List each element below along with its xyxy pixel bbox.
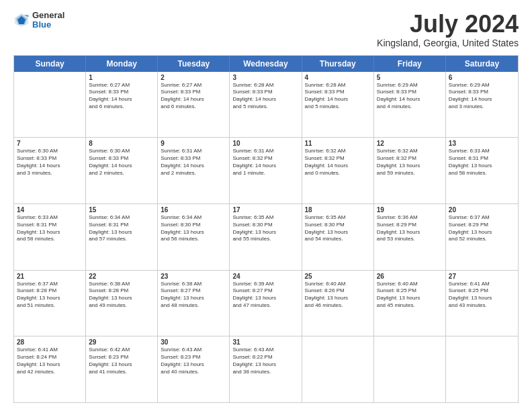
cell-date: 24 xyxy=(232,273,298,280)
cell-info: Sunrise: 6:29 AM Sunset: 8:33 PM Dayligh… xyxy=(449,82,515,111)
cell-info: Sunrise: 6:33 AM Sunset: 8:31 PM Dayligh… xyxy=(17,214,83,243)
logo-icon xyxy=(13,12,30,28)
cell-info: Sunrise: 6:32 AM Sunset: 8:32 PM Dayligh… xyxy=(305,148,371,177)
cell-date: 6 xyxy=(449,74,515,81)
calendar-cell: 26Sunrise: 6:40 AM Sunset: 8:25 PM Dayli… xyxy=(374,271,446,336)
cell-info: Sunrise: 6:40 AM Sunset: 8:26 PM Dayligh… xyxy=(305,281,371,310)
cell-info: Sunrise: 6:28 AM Sunset: 8:33 PM Dayligh… xyxy=(232,82,298,111)
cell-date: 15 xyxy=(89,206,154,214)
calendar-cell: 13Sunrise: 6:33 AM Sunset: 8:31 PM Dayli… xyxy=(446,138,518,203)
cell-date: 16 xyxy=(161,206,226,214)
cell-info: Sunrise: 6:37 AM Sunset: 8:28 PM Dayligh… xyxy=(17,281,83,310)
cell-date: 26 xyxy=(377,273,443,280)
cell-date: 10 xyxy=(232,140,298,147)
calendar-week-2: 7Sunrise: 6:30 AM Sunset: 8:33 PM Daylig… xyxy=(14,138,518,204)
cell-info: Sunrise: 6:38 AM Sunset: 8:27 PM Dayligh… xyxy=(161,281,226,310)
header-day-thursday: Thursday xyxy=(302,56,374,72)
calendar-cell: 4Sunrise: 6:28 AM Sunset: 8:33 PM Daylig… xyxy=(302,72,374,138)
calendar-cell: 3Sunrise: 6:28 AM Sunset: 8:33 PM Daylig… xyxy=(230,72,302,138)
calendar-cell: 9Sunrise: 6:31 AM Sunset: 8:33 PM Daylig… xyxy=(158,138,230,203)
header: General Blue July 2024 Kingsland, Georgi… xyxy=(13,11,519,48)
calendar-cell: 30Sunrise: 6:43 AM Sunset: 8:23 PM Dayli… xyxy=(158,336,230,402)
cell-date: 18 xyxy=(305,206,371,214)
cell-info: Sunrise: 6:43 AM Sunset: 8:23 PM Dayligh… xyxy=(161,347,226,375)
calendar-cell: 21Sunrise: 6:37 AM Sunset: 8:28 PM Dayli… xyxy=(14,271,86,336)
cell-date: 3 xyxy=(232,74,298,81)
cell-info: Sunrise: 6:32 AM Sunset: 8:32 PM Dayligh… xyxy=(377,148,443,177)
calendar-week-4: 21Sunrise: 6:37 AM Sunset: 8:28 PM Dayli… xyxy=(14,271,518,337)
cell-date: 5 xyxy=(377,74,443,81)
cell-date: 2 xyxy=(161,74,226,81)
calendar-cell: 8Sunrise: 6:30 AM Sunset: 8:33 PM Daylig… xyxy=(86,138,158,203)
main-title: July 2024 xyxy=(377,11,519,38)
calendar-cell: 7Sunrise: 6:30 AM Sunset: 8:33 PM Daylig… xyxy=(14,138,86,203)
cell-info: Sunrise: 6:41 AM Sunset: 8:25 PM Dayligh… xyxy=(449,281,515,310)
cell-info: Sunrise: 6:41 AM Sunset: 8:24 PM Dayligh… xyxy=(17,347,83,375)
cell-info: Sunrise: 6:33 AM Sunset: 8:31 PM Dayligh… xyxy=(449,148,515,177)
header-day-tuesday: Tuesday xyxy=(158,56,230,72)
calendar-body: 1Sunrise: 6:27 AM Sunset: 8:33 PM Daylig… xyxy=(14,72,518,402)
cell-info: Sunrise: 6:37 AM Sunset: 8:29 PM Dayligh… xyxy=(449,214,515,243)
cell-info: Sunrise: 6:34 AM Sunset: 8:30 PM Dayligh… xyxy=(161,214,226,243)
calendar-cell: 14Sunrise: 6:33 AM Sunset: 8:31 PM Dayli… xyxy=(14,204,86,270)
calendar-cell: 28Sunrise: 6:41 AM Sunset: 8:24 PM Dayli… xyxy=(14,336,86,402)
calendar-week-5: 28Sunrise: 6:41 AM Sunset: 8:24 PM Dayli… xyxy=(14,336,518,402)
header-day-monday: Monday xyxy=(86,56,158,72)
cell-info: Sunrise: 6:27 AM Sunset: 8:33 PM Dayligh… xyxy=(161,82,226,111)
calendar-cell xyxy=(302,336,374,402)
cell-info: Sunrise: 6:27 AM Sunset: 8:33 PM Dayligh… xyxy=(89,82,154,111)
cell-date: 25 xyxy=(305,273,371,280)
cell-info: Sunrise: 6:28 AM Sunset: 8:33 PM Dayligh… xyxy=(305,82,371,111)
calendar-cell: 10Sunrise: 6:31 AM Sunset: 8:32 PM Dayli… xyxy=(230,138,302,203)
calendar-cell: 18Sunrise: 6:35 AM Sunset: 8:30 PM Dayli… xyxy=(302,204,374,270)
calendar-cell xyxy=(14,72,86,138)
calendar-cell: 17Sunrise: 6:35 AM Sunset: 8:30 PM Dayli… xyxy=(230,204,302,270)
cell-date: 4 xyxy=(305,74,371,81)
logo-line1: General xyxy=(32,11,64,20)
calendar-cell: 23Sunrise: 6:38 AM Sunset: 8:27 PM Dayli… xyxy=(158,271,230,336)
cell-info: Sunrise: 6:31 AM Sunset: 8:32 PM Dayligh… xyxy=(232,148,298,177)
calendar-cell: 24Sunrise: 6:39 AM Sunset: 8:27 PM Dayli… xyxy=(230,271,302,336)
cell-date: 28 xyxy=(17,338,83,346)
calendar-cell: 6Sunrise: 6:29 AM Sunset: 8:33 PM Daylig… xyxy=(446,72,518,138)
cell-date: 19 xyxy=(377,206,443,214)
cell-date: 17 xyxy=(232,206,298,214)
logo-text: General Blue xyxy=(32,11,64,30)
calendar: SundayMondayTuesdayWednesdayThursdayFrid… xyxy=(13,55,519,403)
header-day-wednesday: Wednesday xyxy=(230,56,302,72)
cell-date: 27 xyxy=(449,273,515,280)
cell-info: Sunrise: 6:36 AM Sunset: 8:29 PM Dayligh… xyxy=(377,214,443,243)
cell-date: 20 xyxy=(449,206,515,214)
cell-date: 23 xyxy=(161,273,226,280)
header-day-saturday: Saturday xyxy=(446,56,518,72)
calendar-header: SundayMondayTuesdayWednesdayThursdayFrid… xyxy=(14,56,518,72)
calendar-cell: 15Sunrise: 6:34 AM Sunset: 8:31 PM Dayli… xyxy=(86,204,158,270)
cell-info: Sunrise: 6:29 AM Sunset: 8:33 PM Dayligh… xyxy=(377,82,443,111)
calendar-week-3: 14Sunrise: 6:33 AM Sunset: 8:31 PM Dayli… xyxy=(14,204,518,271)
calendar-cell: 20Sunrise: 6:37 AM Sunset: 8:29 PM Dayli… xyxy=(446,204,518,270)
cell-date: 1 xyxy=(89,74,154,81)
cell-info: Sunrise: 6:30 AM Sunset: 8:33 PM Dayligh… xyxy=(89,148,154,177)
logo-line2: Blue xyxy=(32,20,64,30)
calendar-cell: 27Sunrise: 6:41 AM Sunset: 8:25 PM Dayli… xyxy=(446,271,518,336)
cell-date: 22 xyxy=(89,273,154,280)
subtitle: Kingsland, Georgia, United States xyxy=(377,38,519,48)
cell-date: 12 xyxy=(377,140,443,147)
cell-info: Sunrise: 6:34 AM Sunset: 8:31 PM Dayligh… xyxy=(89,214,154,243)
calendar-cell: 31Sunrise: 6:43 AM Sunset: 8:22 PM Dayli… xyxy=(230,336,302,402)
cell-info: Sunrise: 6:39 AM Sunset: 8:27 PM Dayligh… xyxy=(232,281,298,310)
calendar-cell: 16Sunrise: 6:34 AM Sunset: 8:30 PM Dayli… xyxy=(158,204,230,270)
page: General Blue July 2024 Kingsland, Georgi… xyxy=(0,0,532,411)
calendar-cell: 5Sunrise: 6:29 AM Sunset: 8:33 PM Daylig… xyxy=(374,72,446,138)
calendar-cell xyxy=(446,336,518,402)
calendar-cell: 12Sunrise: 6:32 AM Sunset: 8:32 PM Dayli… xyxy=(374,138,446,203)
cell-info: Sunrise: 6:31 AM Sunset: 8:33 PM Dayligh… xyxy=(161,148,226,177)
calendar-cell: 25Sunrise: 6:40 AM Sunset: 8:26 PM Dayli… xyxy=(302,271,374,336)
cell-date: 30 xyxy=(161,338,226,346)
calendar-cell: 29Sunrise: 6:42 AM Sunset: 8:23 PM Dayli… xyxy=(86,336,158,402)
cell-date: 13 xyxy=(449,140,515,147)
calendar-cell: 2Sunrise: 6:27 AM Sunset: 8:33 PM Daylig… xyxy=(158,72,230,138)
cell-date: 29 xyxy=(89,338,154,346)
calendar-cell: 11Sunrise: 6:32 AM Sunset: 8:32 PM Dayli… xyxy=(302,138,374,203)
header-day-sunday: Sunday xyxy=(14,56,86,72)
